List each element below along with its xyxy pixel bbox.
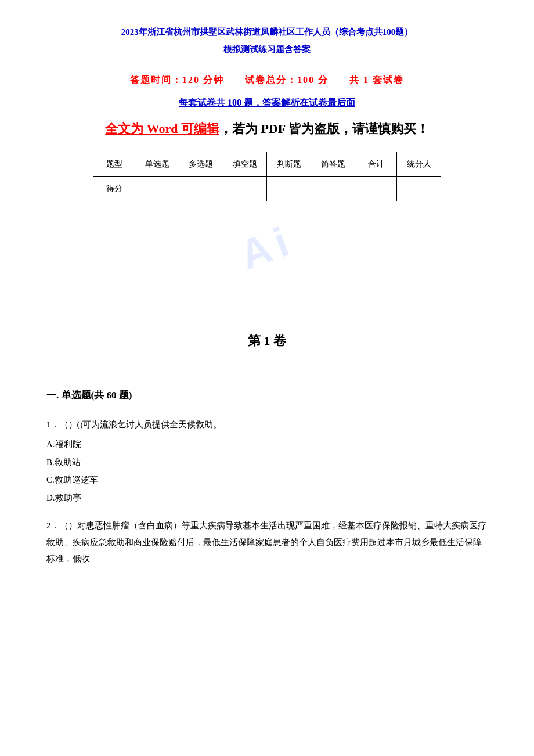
question-2: 2．（）对患恶性肿瘤（含白血病）等重大疾病导致基本生活出现严重困难，经基本医疗保…	[46, 517, 488, 567]
q1-option-a: A.福利院	[46, 436, 488, 453]
q1-option-c: C.救助巡逻车	[46, 471, 488, 488]
col-header-total: 合计	[355, 152, 396, 177]
time-label: 答题时间：120 分钟	[130, 75, 224, 85]
col-header-type: 题型	[93, 152, 135, 177]
set-label: 共 1 套试卷	[349, 75, 404, 85]
question-2-text: 2．（）对患恶性肿瘤（含白血病）等重大疾病导致基本生活出现严重困难，经基本医疗保…	[46, 517, 488, 567]
question-1-text: 1．（）()可为流浪乞讨人员提供全天候救助。	[46, 416, 488, 433]
q1-option-b: B.救助站	[46, 454, 488, 471]
title-line2: 模拟测试练习题含答案	[223, 45, 311, 54]
question-1-options: A.福利院 B.救助站 C.救助巡逻车 D.救助亭	[46, 436, 488, 506]
col-header-single: 单选题	[135, 152, 179, 177]
col-header-short: 简答题	[311, 152, 355, 177]
editable-note: 全文为 Word 可编辑，若为 PDF 皆为盗版，请谨慎购买！	[46, 117, 488, 141]
watermark-area: Ai	[46, 213, 488, 283]
q1-option-d: D.救助亭	[46, 489, 488, 506]
score-table-container: 题型 单选题 多选题 填空题 判断题 简答题 合计 统分人 得分	[93, 152, 441, 201]
col-header-judge: 判断题	[267, 152, 311, 177]
table-score-row: 得分	[93, 177, 441, 201]
score-fill	[223, 177, 267, 201]
col-header-fill: 填空题	[223, 152, 267, 177]
main-title: 2023年浙江省杭州市拱墅区武林街道凤麟社区工作人员（综合考点共100题） 模拟…	[46, 23, 488, 58]
score-single	[135, 177, 179, 201]
col-header-multi: 多选题	[179, 152, 223, 177]
title-line1: 2023年浙江省杭州市拱墅区武林街道凤麟社区工作人员（综合考点共100题）	[121, 27, 413, 37]
watermark-text: Ai	[229, 213, 305, 283]
score-scorer	[397, 177, 441, 201]
volume-title: 第 1 卷	[46, 329, 488, 352]
score-table: 题型 单选题 多选题 填空题 判断题 简答题 合计 统分人 得分	[93, 152, 441, 201]
table-header-row: 题型 单选题 多选题 填空题 判断题 简答题 合计 统分人	[93, 152, 441, 177]
editable-note-part2: ，若为 PDF 皆为盗版，请谨慎购买！	[219, 121, 429, 136]
score-total	[355, 177, 396, 201]
section-title: 一. 单选题(共 60 题)	[46, 387, 488, 405]
score-judge	[267, 177, 311, 201]
question-1: 1．（）()可为流浪乞讨人员提供全天候救助。 A.福利院 B.救助站 C.救助巡…	[46, 416, 488, 506]
score-row-label: 得分	[93, 177, 135, 201]
col-header-scorer: 统分人	[397, 152, 441, 177]
per-set-note: 每套试卷共 100 题，答案解析在试卷最后面	[46, 95, 488, 111]
score-multi	[179, 177, 223, 201]
page-header: 2023年浙江省杭州市拱墅区武林街道凤麟社区工作人员（综合考点共100题） 模拟…	[46, 23, 488, 58]
score-label: 试卷总分：100 分	[245, 75, 329, 85]
score-short	[311, 177, 355, 201]
exam-info: 答题时间：120 分钟 试卷总分：100 分 共 1 套试卷	[46, 72, 488, 89]
editable-note-part1: 全文为 Word 可编辑	[105, 121, 219, 136]
